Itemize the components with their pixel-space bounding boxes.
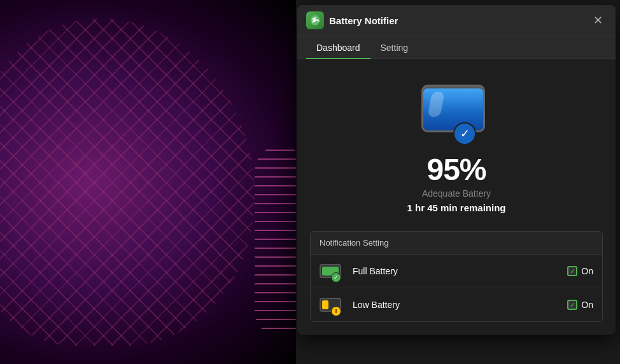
battery-display: ✓ 95% Adequate Battery 1 hr 45 min remai… [310,72,603,228]
content-area: ✓ 95% Adequate Battery 1 hr 45 min remai… [297,59,616,335]
full-battery-icon-wrapper: ✓ [320,262,345,280]
app-window: Battery Notifier ✕ Dashboard Setting ✓ 9… [297,5,616,335]
low-battery-label: Low Battery [353,300,567,310]
low-battery-mini-fill [322,300,328,309]
full-battery-toggle-label: On [581,266,593,276]
window-title: Battery Notifier [329,15,398,26]
battery-check-circle: ✓ [453,122,476,145]
battery-percentage: 95% [426,152,486,187]
battery-icon-wrapper: ✓ [421,85,491,142]
battery-status-label: Adequate Battery [422,188,491,199]
background-image [0,0,299,364]
low-battery-icon-wrapper: ! [320,296,345,314]
battery-time-label: 1 hr 45 min remaining [407,202,505,213]
title-bar: Battery Notifier ✕ [297,5,616,36]
notification-section: Notification Setting ✓ Full Battery ✓ [310,231,603,322]
battery-body [421,85,485,132]
tab-bar: Dashboard Setting [297,36,616,59]
low-battery-toggle[interactable]: ✓ On [567,300,593,310]
app-logo-icon [309,14,321,27]
low-battery-checkbox[interactable]: ✓ [567,300,577,310]
battery-fill [423,88,483,130]
full-battery-check-icon: ✓ [331,272,341,283]
low-battery-warn-icon: ! [331,306,341,316]
list-item: ! Low Battery ✓ On [311,288,602,321]
full-battery-toggle[interactable]: ✓ On [567,266,593,276]
notification-header: Notification Setting [311,232,602,255]
list-item: ✓ Full Battery ✓ On [311,255,602,288]
full-battery-checkbox[interactable]: ✓ [567,266,577,276]
title-left: Battery Notifier [306,11,398,29]
low-battery-toggle-label: On [581,300,593,310]
check-icon: ✓ [460,127,470,141]
tab-dashboard[interactable]: Dashboard [306,36,370,59]
close-button[interactable]: ✕ [589,11,607,29]
app-icon [306,11,324,29]
tab-setting[interactable]: Setting [370,36,419,59]
full-battery-label: Full Battery [353,266,567,276]
